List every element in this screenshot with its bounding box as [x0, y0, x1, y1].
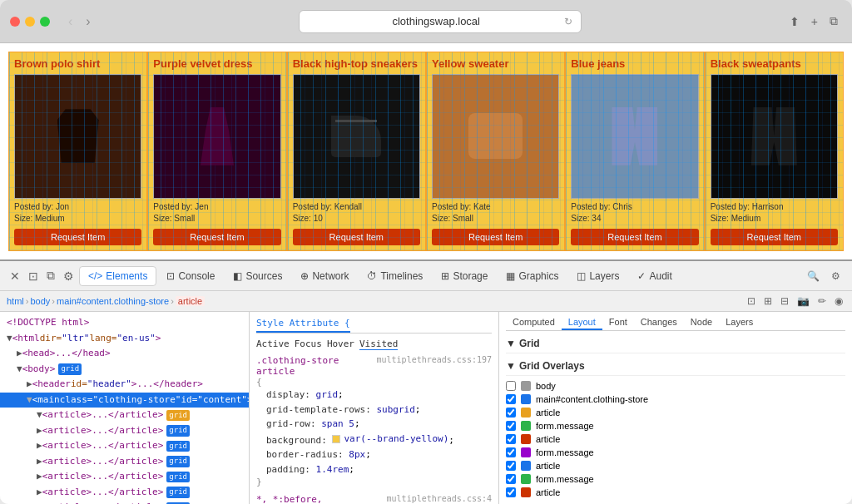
address-bar[interactable]: clothingswap.local ↻ — [299, 10, 582, 33]
overlay-body-checkbox[interactable] — [506, 381, 516, 391]
active-state-tab[interactable]: Active — [256, 338, 290, 350]
card-image — [571, 74, 698, 199]
network-icon: ⊕ — [300, 270, 309, 282]
devtools-toolbar: ✕ ⊡ ⧉ ⚙ </> Elements ⊡ Console ◧ Sources… — [0, 261, 852, 291]
new-window-button[interactable]: ⧉ — [825, 12, 842, 30]
changes-tab[interactable]: Changes — [634, 315, 684, 330]
forward-button[interactable]: › — [81, 12, 95, 31]
clothing-card: Yellow sweater Posted by: KateSize: Smal… — [426, 52, 565, 251]
active-btn[interactable]: ◉ — [832, 294, 845, 308]
layers-icon: ◫ — [577, 270, 586, 282]
form3-label: form.message — [536, 474, 594, 484]
tab-storage[interactable]: ⊞ Storage — [433, 267, 496, 285]
layout-tab[interactable]: Layout — [562, 315, 602, 330]
request-item-button[interactable]: Request Item — [432, 229, 559, 245]
devtools-dock-button[interactable]: ⊡ — [25, 268, 42, 284]
share-button[interactable]: ⬆ — [785, 12, 804, 30]
request-item-button[interactable]: Request Item — [153, 229, 280, 245]
clothing-card: Blue jeans Posted by: ChrisSize: 34 Requ… — [565, 52, 704, 251]
dom-line-selected[interactable]: ▼ <main class="clothing-store" id="conte… — [0, 393, 249, 408]
form2-color-dot — [521, 447, 531, 457]
dom-line: ▶ <article>...</article>grid — [0, 423, 249, 439]
dom-line: <!DOCTYPE html> — [0, 315, 249, 331]
grid-badge: grid — [166, 456, 190, 467]
css-file[interactable]: multiplethreads.css:197 — [377, 355, 492, 377]
refresh-icon[interactable]: ↻ — [564, 16, 572, 27]
card-info: Posted by: JonSize: Medium — [14, 201, 141, 225]
back-button[interactable]: ‹ — [63, 12, 77, 31]
overlay-body: body — [506, 379, 845, 393]
overlay-form-2: form.message — [506, 446, 845, 459]
request-item-button[interactable]: Request Item — [571, 229, 698, 245]
search-button[interactable]: 🔍 — [802, 267, 825, 285]
close-button[interactable] — [10, 17, 20, 27]
browser-titlebar: ‹ › clothingswap.local ↻ ⬆ + ⧉ — [0, 0, 852, 43]
elements-icon: </> — [88, 270, 102, 282]
grid-btn[interactable]: ⊟ — [778, 294, 791, 308]
devtools-panel: ✕ ⊡ ⧉ ⚙ </> Elements ⊡ Console ◧ Sources… — [0, 259, 852, 504]
card-info: Posted by: JenSize: Small — [153, 201, 280, 225]
devtools-close-button[interactable]: ✕ — [7, 268, 23, 284]
overlay-form-3: form.message — [506, 472, 845, 486]
tab-network[interactable]: ⊕ Network — [292, 267, 357, 285]
pencil-btn[interactable]: ✏ — [815, 294, 829, 308]
new-tab-button[interactable]: + — [807, 12, 822, 30]
inspect-btn[interactable]: ⊡ — [745, 294, 758, 308]
overlay-article4-checkbox[interactable] — [506, 487, 516, 497]
tab-layers[interactable]: ◫ Layers — [568, 267, 627, 285]
tab-console[interactable]: ⊡ Console — [158, 267, 223, 285]
timelines-icon: ⏱ — [367, 270, 377, 282]
print-btn[interactable]: ⊞ — [761, 294, 775, 308]
breadcrumb-body[interactable]: body — [30, 296, 50, 306]
tab-graphics[interactable]: ▦ Graphics — [498, 267, 567, 285]
css-file-2[interactable]: multiplethreads.css:4 — [387, 494, 492, 504]
breadcrumb-html[interactable]: html — [7, 296, 24, 306]
breadcrumb-article[interactable]: article — [176, 296, 205, 306]
tab-audit[interactable]: ✓ Audit — [629, 267, 680, 285]
overlay-main-checkbox[interactable] — [506, 394, 516, 404]
body-label: body — [536, 381, 556, 391]
clothing-card: Purple velvet dress Posted by: JenSize: … — [147, 52, 286, 251]
hover-state-tab[interactable]: Hover — [327, 338, 354, 350]
overlay-article3-checkbox[interactable] — [506, 461, 516, 471]
overlay-form2-checkbox[interactable] — [506, 447, 516, 457]
visited-state-tab[interactable]: Visited — [359, 338, 398, 350]
tab-sources[interactable]: ◧ Sources — [225, 267, 290, 285]
address-bar-container: clothingswap.local ↻ — [102, 10, 779, 33]
font-tab[interactable]: Font — [602, 315, 634, 330]
maximize-button[interactable] — [40, 17, 50, 27]
overlay-article2-checkbox[interactable] — [506, 434, 516, 444]
article3-label: article — [536, 461, 560, 471]
overlay-form1-checkbox[interactable] — [506, 421, 516, 431]
devtools-settings-button[interactable]: ⚙ — [60, 268, 77, 284]
minimize-button[interactable] — [25, 17, 35, 27]
tab-elements[interactable]: </> Elements — [79, 266, 156, 286]
form1-color-dot — [521, 421, 531, 431]
overlay-form-1: form.message — [506, 419, 845, 432]
request-item-button[interactable]: Request Item — [293, 229, 420, 245]
screenshot-btn[interactable]: 📷 — [795, 294, 812, 308]
article1-label: article — [536, 408, 560, 418]
card-title: Black high-top sneakers — [293, 57, 420, 71]
tab-timelines[interactable]: ⏱ Timelines — [359, 267, 431, 285]
card-image — [293, 74, 420, 199]
card-title: Brown polo shirt — [14, 57, 141, 71]
style-attribute-tab[interactable]: Style Attribute { — [256, 315, 350, 333]
overlay-article1-checkbox[interactable] — [506, 408, 516, 418]
layers-tab[interactable]: Layers — [719, 315, 760, 330]
computed-tab[interactable]: Computed — [506, 315, 562, 330]
node-tab[interactable]: Node — [684, 315, 719, 330]
breadcrumb-actions: ⊡ ⊞ ⊟ 📷 ✏ ◉ — [745, 294, 845, 308]
request-item-button[interactable]: Request Item — [14, 229, 141, 245]
overlay-form3-checkbox[interactable] — [506, 474, 516, 484]
grid-overlay-items: body main#content.clothing-store article — [506, 379, 845, 499]
request-item-button[interactable]: Request Item — [711, 229, 838, 245]
dom-panel: <!DOCTYPE html> ▼ <html dir="ltr" lang="… — [0, 312, 250, 504]
breadcrumb-main[interactable]: main#content.clothing-store — [57, 296, 169, 306]
card-title: Purple velvet dress — [153, 57, 280, 71]
focus-state-tab[interactable]: Focus — [295, 338, 322, 350]
more-button[interactable]: ⚙ — [826, 267, 845, 285]
css-selector-2: *, *:before, — [256, 494, 322, 504]
css-rule-2: *, *:before, multiplethreads.css:4 — [256, 494, 492, 504]
devtools-undock-button[interactable]: ⧉ — [43, 267, 58, 284]
